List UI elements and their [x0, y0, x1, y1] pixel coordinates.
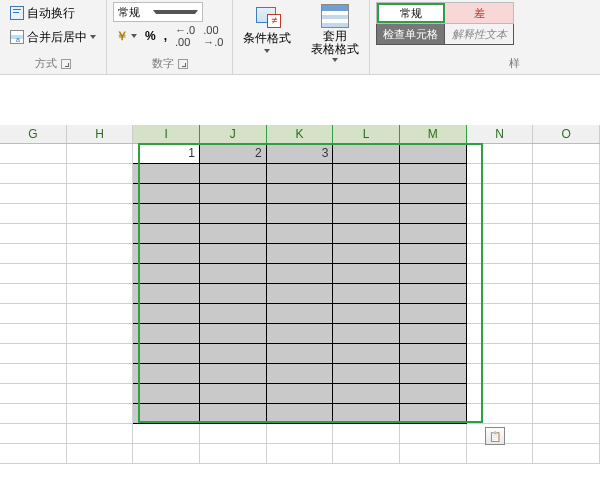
cell[interactable]: [533, 264, 600, 284]
cell[interactable]: [200, 184, 267, 204]
cell[interactable]: [467, 144, 534, 164]
cell[interactable]: [533, 304, 600, 324]
cell[interactable]: [67, 244, 134, 264]
cell[interactable]: [200, 344, 267, 364]
cell[interactable]: [200, 204, 267, 224]
cell[interactable]: [267, 264, 334, 284]
cell[interactable]: [267, 424, 334, 444]
cell[interactable]: [133, 404, 200, 424]
column-header[interactable]: J: [200, 125, 267, 143]
cell[interactable]: [533, 404, 600, 424]
cell[interactable]: [0, 144, 67, 164]
cell[interactable]: [0, 164, 67, 184]
cell[interactable]: [267, 184, 334, 204]
cell[interactable]: [467, 384, 534, 404]
cell[interactable]: [333, 204, 400, 224]
cell[interactable]: [467, 204, 534, 224]
cell[interactable]: [0, 444, 67, 464]
cell[interactable]: [0, 384, 67, 404]
cell[interactable]: [200, 224, 267, 244]
cell[interactable]: [533, 424, 600, 444]
cell[interactable]: [400, 384, 467, 404]
cell[interactable]: [333, 344, 400, 364]
column-header[interactable]: N: [467, 125, 534, 143]
cell[interactable]: [267, 284, 334, 304]
cell[interactable]: [333, 384, 400, 404]
merge-center-button[interactable]: a 合并后居中: [6, 27, 100, 48]
cell[interactable]: [400, 244, 467, 264]
cell[interactable]: [67, 184, 134, 204]
cell[interactable]: [67, 144, 134, 164]
style-bad[interactable]: 差: [445, 3, 513, 23]
cell[interactable]: [67, 424, 134, 444]
column-header[interactable]: K: [267, 125, 334, 143]
cell[interactable]: [400, 404, 467, 424]
style-check-cell[interactable]: 检查单元格: [377, 24, 445, 44]
grid-rows[interactable]: 123: [0, 144, 600, 464]
cell[interactable]: [67, 364, 134, 384]
cell[interactable]: [133, 284, 200, 304]
cell[interactable]: [67, 264, 134, 284]
cell[interactable]: [267, 364, 334, 384]
cell[interactable]: [333, 264, 400, 284]
cell[interactable]: [533, 384, 600, 404]
dialog-launcher-alignment[interactable]: [61, 59, 71, 69]
cell[interactable]: [0, 324, 67, 344]
cell[interactable]: [533, 284, 600, 304]
cell[interactable]: [67, 164, 134, 184]
cell[interactable]: [467, 344, 534, 364]
table-format-button[interactable]: 套用 表格格式: [307, 2, 363, 64]
cell[interactable]: [67, 444, 134, 464]
cell[interactable]: [533, 444, 600, 464]
cell[interactable]: [400, 144, 467, 164]
cell[interactable]: [133, 184, 200, 204]
cell[interactable]: [0, 304, 67, 324]
cell[interactable]: [400, 184, 467, 204]
cell[interactable]: [333, 284, 400, 304]
cell[interactable]: [400, 324, 467, 344]
cell[interactable]: [0, 404, 67, 424]
column-header[interactable]: M: [400, 125, 467, 143]
cell[interactable]: [467, 264, 534, 284]
cell[interactable]: [467, 184, 534, 204]
cell[interactable]: [467, 284, 534, 304]
cell[interactable]: [533, 184, 600, 204]
cell[interactable]: [200, 444, 267, 464]
cell[interactable]: [200, 364, 267, 384]
cell[interactable]: [67, 324, 134, 344]
column-header[interactable]: L: [333, 125, 400, 143]
cell[interactable]: [133, 244, 200, 264]
cell[interactable]: [333, 444, 400, 464]
cell[interactable]: [200, 304, 267, 324]
cell[interactable]: [0, 284, 67, 304]
cell[interactable]: [0, 204, 67, 224]
conditional-format-button[interactable]: 条件格式: [239, 2, 295, 55]
style-general[interactable]: 常规: [377, 3, 445, 23]
cell[interactable]: [400, 364, 467, 384]
cell[interactable]: [533, 364, 600, 384]
comma-button[interactable]: ,: [161, 28, 170, 44]
cell[interactable]: [267, 224, 334, 244]
cell[interactable]: [133, 344, 200, 364]
cell[interactable]: [267, 164, 334, 184]
cell[interactable]: [533, 204, 600, 224]
cell[interactable]: [267, 304, 334, 324]
cell[interactable]: [133, 444, 200, 464]
cell[interactable]: [400, 264, 467, 284]
cell[interactable]: [533, 144, 600, 164]
cell[interactable]: [400, 224, 467, 244]
cell[interactable]: [133, 204, 200, 224]
column-header[interactable]: G: [0, 125, 67, 143]
cell[interactable]: [533, 224, 600, 244]
cell[interactable]: [200, 404, 267, 424]
dialog-launcher-number[interactable]: [178, 59, 188, 69]
cell[interactable]: 2: [200, 144, 267, 164]
cell[interactable]: [467, 324, 534, 344]
cell[interactable]: [200, 324, 267, 344]
cell[interactable]: [200, 164, 267, 184]
cell[interactable]: [67, 204, 134, 224]
cell[interactable]: [533, 164, 600, 184]
cell[interactable]: [467, 364, 534, 384]
cell[interactable]: [133, 224, 200, 244]
cell[interactable]: [67, 384, 134, 404]
